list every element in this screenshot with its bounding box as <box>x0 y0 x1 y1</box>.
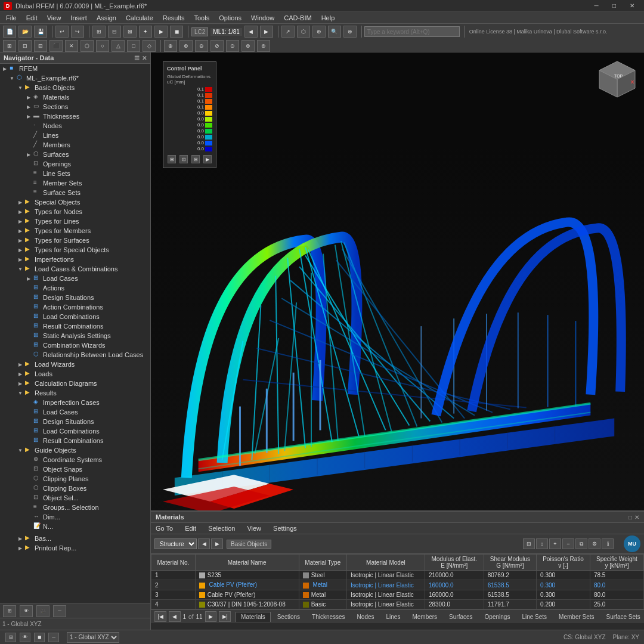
tree-item-types-nodes[interactable]: ▶ ▶ Types for Nodes <box>0 207 150 216</box>
expand-basic-bottom[interactable]: ▶ <box>17 535 24 542</box>
next-btn[interactable]: ▶ <box>260 26 273 38</box>
tree-item-surfacesets[interactable]: ≡ Surface Sets <box>0 188 150 197</box>
basic-objects-dropdown[interactable]: Basic Objects <box>227 540 271 549</box>
expand-thicknesses[interactable]: ▶ <box>25 113 32 120</box>
expand-dimensions[interactable] <box>25 513 32 521</box>
expand-rfem[interactable]: ▶ <box>1 65 8 72</box>
tab-surface-sets[interactable]: Surface Sets <box>601 612 640 622</box>
expand-model[interactable]: ▼ <box>8 75 16 82</box>
tree-item-load-cases[interactable]: ▶ ⊞ Load Cases <box>0 274 150 283</box>
expand-imperfections[interactable]: ▶ <box>17 256 24 263</box>
nav-tb1[interactable]: ⊞ <box>3 605 16 617</box>
bp-copy-btn[interactable]: ⧉ <box>575 538 587 549</box>
tree-item-sections[interactable]: ▶ ▭ Sections <box>0 102 150 112</box>
tree-item-notes[interactable]: 📝 N... <box>0 522 150 531</box>
menu-results[interactable]: Results <box>158 13 190 23</box>
tb3[interactable]: ⊠ <box>123 26 137 38</box>
expand-types-lines[interactable]: ▶ <box>17 218 24 225</box>
tab-nodes[interactable]: Nodes <box>352 612 380 622</box>
expand-object-snaps[interactable] <box>25 466 32 473</box>
tree-item-model[interactable]: ▼ ⬡ ML-_Example.rf6* <box>0 73 150 83</box>
undo-button[interactable]: ↩ <box>55 26 69 38</box>
tab-sections[interactable]: Sections <box>272 612 305 622</box>
bp-menu-selection[interactable]: Selection <box>207 524 236 532</box>
view-btn8[interactable]: △ <box>112 40 125 52</box>
expand-load-comb-folder[interactable]: ▼ <box>17 265 24 273</box>
nav-close-btn[interactable]: ✕ <box>142 55 147 61</box>
bp-delete-btn[interactable]: − <box>562 538 574 549</box>
maximize-button[interactable]: □ <box>606 1 623 11</box>
menu-view[interactable]: View <box>42 13 66 23</box>
tb10[interactable]: 🔍 <box>328 26 341 38</box>
new-button[interactable]: 📄 <box>3 26 16 38</box>
tab-materials[interactable]: Materials <box>236 612 271 622</box>
bp-info-btn[interactable]: ℹ <box>602 538 614 549</box>
tree-item-actions[interactable]: ⊞ Actions <box>0 283 150 293</box>
tree-item-coord-systems[interactable]: ⊕ Coordinate Systems <box>0 455 150 465</box>
minimize-button[interactable]: ─ <box>588 1 605 11</box>
tree-item-clipping-planes[interactable]: ⬡ Clipping Planes <box>0 474 150 484</box>
menu-cadbim[interactable]: CAD-BIM <box>279 13 316 23</box>
expand-openings[interactable] <box>25 160 32 168</box>
tree-item-r-design-sit[interactable]: ⊞ Design Situations <box>0 417 150 426</box>
expand-action-comb[interactable] <box>25 304 32 311</box>
tree-item-dimensions[interactable]: ↔ Dim... <box>0 512 150 522</box>
bp-close-btn[interactable]: ✕ <box>634 514 639 521</box>
tab-members[interactable]: Members <box>407 612 442 622</box>
page-first-btn[interactable]: |◀ <box>154 611 166 622</box>
expand-special[interactable]: ▶ <box>17 199 24 206</box>
structure-dropdown[interactable]: Structure <box>154 538 197 549</box>
tree-item-result-combinations[interactable]: ⊞ Result Combinations <box>0 321 150 331</box>
expand-load-wizards[interactable]: ▶ <box>17 361 24 368</box>
expand-static[interactable] <box>25 332 32 339</box>
tree-item-nodes[interactable]: · Nodes <box>0 121 150 131</box>
expand-guide-objects[interactable]: ▼ <box>17 447 24 454</box>
tree-item-openings[interactable]: ⊡ Openings <box>0 159 150 169</box>
expand-combo-wizards[interactable] <box>25 342 32 349</box>
expand-groups-sel[interactable] <box>25 504 32 511</box>
view-btn4[interactable]: ⬛ <box>49 40 63 52</box>
tree-item-r-result-comb[interactable]: ⊞ Result Combinations <box>0 436 150 445</box>
tree-item-membersets[interactable]: ≡ Member Sets <box>0 178 150 188</box>
tree-item-combo-wizards[interactable]: ⊞ Combination Wizards <box>0 340 150 350</box>
tb1[interactable]: ⊞ <box>92 26 106 38</box>
expand-types-surfaces[interactable]: ▶ <box>17 237 24 244</box>
cell-g-link-2[interactable]: 61538.5 <box>488 582 509 589</box>
menu-help[interactable]: Help <box>317 13 340 23</box>
expand-types-members[interactable]: ▶ <box>17 227 24 234</box>
expand-r-design-sit[interactable] <box>25 418 32 425</box>
tree-item-calc-diagrams[interactable]: ▶ ▶ Calculation Diagrams <box>0 379 150 388</box>
bp-settings-btn[interactable]: ⚙ <box>589 538 600 549</box>
nav-cube[interactable]: X TOP <box>596 58 638 100</box>
tree-item-members[interactable]: ╱ Members <box>0 140 150 150</box>
status-icon4[interactable]: ─ <box>48 633 59 642</box>
page-prev-btn[interactable]: ◀ <box>169 611 181 622</box>
snap-btn5[interactable]: ⊙ <box>226 40 239 52</box>
tree-item-object-snaps[interactable]: ⊡ Object Snaps <box>0 465 150 474</box>
tree-item-lines[interactable]: ╱ Lines <box>0 131 150 140</box>
menu-tools[interactable]: Tools <box>189 13 214 23</box>
tree-item-load-comb-folder[interactable]: ▼ ▶ Load Cases & Combinations <box>0 264 150 274</box>
tree-item-results-folder[interactable]: ▼ ▶ Results <box>0 388 150 398</box>
menu-edit[interactable]: Edit <box>21 13 42 23</box>
menu-window[interactable]: Window <box>246 13 279 23</box>
tab-lines[interactable]: Lines <box>381 612 406 622</box>
expand-printout[interactable]: ▶ <box>17 544 24 552</box>
tree-item-load-wizards[interactable]: ▶ ▶ Load Wizards <box>0 360 150 369</box>
expand-membersets[interactable] <box>25 179 32 187</box>
expand-relationship[interactable] <box>25 351 32 358</box>
bp-maximize-btn[interactable]: □ <box>628 514 632 521</box>
material-type-link-2[interactable]: Metal <box>312 581 327 588</box>
expand-r-imperfection[interactable] <box>25 399 32 406</box>
view-select[interactable]: 1 - Global XYZ <box>67 632 119 643</box>
expand-r-load-comb[interactable] <box>25 428 32 435</box>
tree-item-load-combinations[interactable]: ⊞ Load Combinations <box>0 312 150 321</box>
tb9[interactable]: ⊕ <box>312 26 326 38</box>
cell-e-link-2[interactable]: 160000.0 <box>429 582 454 589</box>
view-btn10[interactable]: ◇ <box>143 40 156 52</box>
tab-line-sets[interactable]: Line Sets <box>516 612 552 622</box>
tree-item-groups-sel[interactable]: ≡ Groups... Selection <box>0 503 150 512</box>
tree-item-action-combinations[interactable]: ⊞ Action Combinations <box>0 302 150 312</box>
prev-btn[interactable]: ◀ <box>244 26 258 38</box>
tree-item-types-members[interactable]: ▶ ▶ Types for Members <box>0 226 150 236</box>
